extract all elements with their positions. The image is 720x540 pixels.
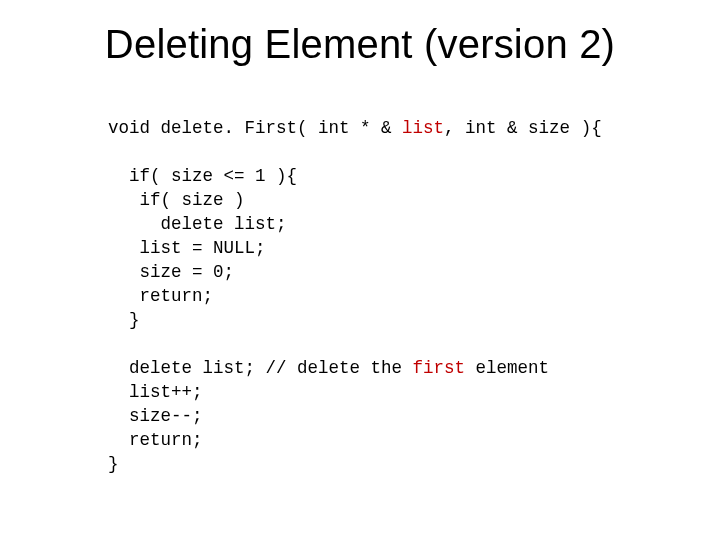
param1-type: int * & <box>318 118 392 138</box>
code-line-5: delete list; <box>108 214 287 234</box>
code-line-7: size = 0; <box>108 262 234 282</box>
param2-type: int & <box>465 118 518 138</box>
slide-title: Deleting Element (version 2) <box>0 22 720 67</box>
code-line-12: list++; <box>108 382 203 402</box>
code-line-6: list = NULL; <box>108 238 266 258</box>
l11-first: first <box>413 358 466 378</box>
kw-void: void <box>108 118 150 138</box>
code-line-9: } <box>108 310 140 330</box>
param1-name: list <box>392 118 445 138</box>
code-line-3: if( size <= 1 ){ <box>108 166 297 186</box>
code-line-4: if( size ) <box>108 190 245 210</box>
l11-a: delete list; // delete the <box>108 358 413 378</box>
code-block: void delete. First( int * & list, int & … <box>108 116 602 476</box>
comma: , <box>444 118 465 138</box>
code-line-13: size--; <box>108 406 203 426</box>
slide: Deleting Element (version 2) void delete… <box>0 0 720 540</box>
code-line-14: return; <box>108 430 203 450</box>
l11-c: element <box>465 358 549 378</box>
code-line-1: void delete. First( int * & list, int & … <box>108 118 602 138</box>
sig-end: ){ <box>570 118 602 138</box>
code-line-8: return; <box>108 286 213 306</box>
code-line-11: delete list; // delete the first element <box>108 358 549 378</box>
param2-name: size <box>518 118 571 138</box>
fn-name: delete. First( <box>150 118 318 138</box>
code-line-15: } <box>108 454 119 474</box>
